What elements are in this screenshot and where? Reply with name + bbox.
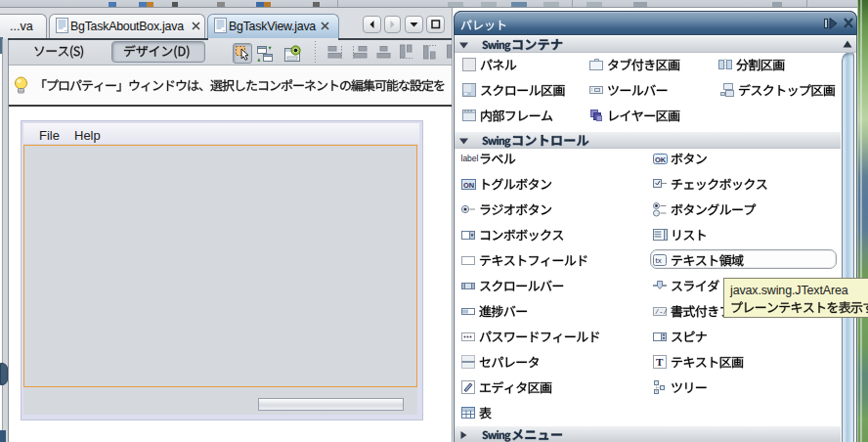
svg-text:tx: tx	[656, 256, 662, 265]
svg-text:OK: OK	[655, 155, 667, 164]
svg-text:label: label	[461, 154, 479, 163]
svg-text:ON: ON	[463, 181, 474, 190]
svg-text:/-/: /-/	[655, 308, 668, 316]
svg-text:T: T	[656, 356, 664, 368]
